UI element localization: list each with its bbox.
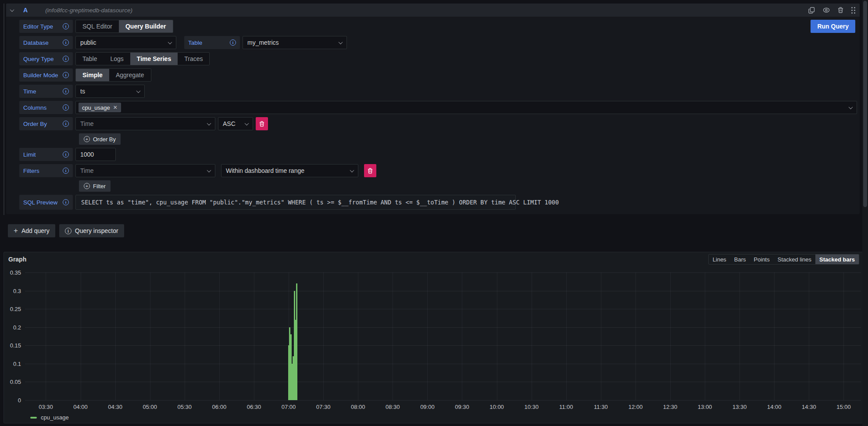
y-gridline bbox=[25, 400, 861, 401]
filter-field-select[interactable]: Time bbox=[75, 164, 215, 177]
chevron-down-icon bbox=[245, 121, 249, 125]
y-gridline bbox=[25, 382, 861, 382]
option-query-builder[interactable]: Query Builder bbox=[119, 20, 173, 32]
database-select[interactable]: public bbox=[75, 36, 176, 49]
time-column-select[interactable]: ts bbox=[75, 85, 145, 98]
x-gridline bbox=[115, 272, 116, 400]
option-simple[interactable]: Simple bbox=[76, 69, 109, 81]
x-gridline bbox=[393, 272, 393, 400]
x-tick-label: 09:30 bbox=[455, 404, 469, 410]
x-gridline bbox=[358, 272, 358, 400]
info-icon[interactable]: i bbox=[230, 39, 236, 46]
info-icon[interactable]: i bbox=[63, 39, 69, 46]
legend-series-label[interactable]: cpu_usage bbox=[41, 414, 69, 421]
columns-label: Columns i bbox=[19, 101, 73, 114]
y-tick-label: 0.2 bbox=[13, 324, 21, 330]
mode-bars[interactable]: Bars bbox=[730, 254, 750, 264]
selected-column-chip[interactable]: cpu_usage ✕ bbox=[79, 103, 121, 112]
x-gridline bbox=[150, 272, 150, 400]
x-tick-label: 15:00 bbox=[836, 404, 851, 410]
x-gridline bbox=[185, 272, 185, 400]
option-table[interactable]: Table bbox=[76, 53, 104, 65]
collapse-chevron-icon[interactable] bbox=[10, 7, 14, 12]
info-icon[interactable]: i bbox=[63, 104, 69, 111]
x-gridline bbox=[532, 272, 532, 400]
query-type-label: Query Type i bbox=[19, 52, 73, 65]
bar-cpu_usage-07:07 bbox=[296, 283, 297, 400]
x-tick-label: 06:30 bbox=[247, 404, 261, 410]
option-sql-editor[interactable]: SQL Editor bbox=[76, 20, 119, 32]
scrollbar-thumb[interactable] bbox=[863, 1, 867, 207]
query-inspector-button[interactable]: i Query inspector bbox=[59, 224, 124, 237]
chevron-down-icon bbox=[168, 40, 172, 44]
mode-points[interactable]: Points bbox=[750, 254, 774, 264]
drag-handle-icon[interactable] bbox=[851, 7, 855, 14]
editor-type-toggle: SQL EditorQuery Builder bbox=[75, 20, 173, 33]
grafana-query-editor-page: A (info8fcc-greptimedb-datasource) Edito bbox=[0, 0, 868, 426]
mode-stacked-lines[interactable]: Stacked lines bbox=[774, 254, 815, 264]
y-tick-label: 0.35 bbox=[10, 269, 21, 276]
filters-label: Filters i bbox=[19, 164, 73, 177]
query-row-header[interactable]: A (info8fcc-greptimedb-datasource) bbox=[6, 4, 860, 17]
info-icon[interactable]: i bbox=[63, 72, 69, 78]
time-label: Time i bbox=[19, 85, 73, 98]
query-editor-card: A (info8fcc-greptimedb-datasource) Edito bbox=[6, 4, 860, 214]
filter-value-select[interactable]: Within dashboard time range bbox=[221, 164, 358, 177]
add-order-by-button[interactable]: + Order By bbox=[79, 133, 121, 145]
remove-filter-button[interactable] bbox=[364, 164, 376, 177]
hide-response-eye-icon[interactable] bbox=[823, 7, 830, 13]
sql-preview-text: SELECT ts as "time", cpu_usage FROM "pub… bbox=[75, 195, 516, 210]
x-tick-label: 05:30 bbox=[178, 404, 192, 410]
legend-swatch bbox=[30, 417, 37, 419]
limit-input[interactable] bbox=[75, 148, 116, 161]
y-gridline bbox=[25, 327, 861, 328]
page-scrollbar[interactable] bbox=[862, 0, 868, 426]
x-gridline bbox=[670, 272, 671, 400]
remove-order-by-button[interactable] bbox=[256, 117, 268, 130]
add-query-button[interactable]: + Add query bbox=[8, 224, 55, 237]
mode-lines[interactable]: Lines bbox=[709, 254, 730, 264]
query-header-actions bbox=[808, 7, 855, 14]
x-tick-label: 14:30 bbox=[802, 404, 816, 410]
row-sql-preview: SQL Preview i SELECT ts as "time", cpu_u… bbox=[19, 195, 857, 210]
y-gridline bbox=[25, 291, 861, 291]
x-gridline bbox=[462, 272, 462, 400]
mode-stacked-bars[interactable]: Stacked bars bbox=[815, 254, 859, 264]
run-query-button[interactable]: Run Query bbox=[811, 20, 855, 33]
row-add-order-by: + Order By bbox=[19, 133, 857, 145]
editor-footer-actions: + Add query i Query inspector bbox=[8, 224, 124, 237]
x-tick-label: 13:30 bbox=[732, 404, 747, 410]
y-gridline bbox=[25, 309, 861, 309]
option-time-series[interactable]: Time Series bbox=[130, 53, 178, 65]
info-icon[interactable]: i bbox=[63, 121, 69, 127]
query-row-edge bbox=[4, 4, 4, 215]
builder-mode-toggle: SimpleAggregate bbox=[75, 68, 151, 82]
x-tick-label: 07:00 bbox=[282, 404, 296, 410]
chevron-down-icon bbox=[207, 168, 211, 172]
info-icon[interactable]: i bbox=[63, 56, 69, 62]
remove-query-trash-icon[interactable] bbox=[838, 7, 843, 13]
info-icon[interactable]: i bbox=[63, 199, 69, 205]
x-tick-label: 08:30 bbox=[386, 404, 400, 410]
order-by-field-select[interactable]: Time bbox=[75, 117, 215, 130]
duplicate-query-icon[interactable] bbox=[808, 7, 815, 14]
table-select[interactable]: my_metrics bbox=[243, 36, 347, 49]
x-gridline bbox=[601, 272, 601, 400]
info-icon[interactable]: i bbox=[63, 23, 69, 29]
columns-multiselect[interactable]: cpu_usage ✕ bbox=[75, 101, 857, 114]
table-label: Table i bbox=[184, 36, 240, 49]
remove-chip-icon[interactable]: ✕ bbox=[113, 104, 118, 111]
x-gridline bbox=[81, 272, 81, 400]
option-aggregate[interactable]: Aggregate bbox=[109, 69, 151, 81]
info-icon[interactable]: i bbox=[63, 151, 69, 158]
row-filters: Filters i Time Within dashboard time ran… bbox=[19, 164, 857, 177]
x-tick-label: 11:30 bbox=[594, 404, 608, 410]
datasource-name: (info8fcc-greptimedb-datasource) bbox=[45, 7, 132, 14]
option-traces[interactable]: Traces bbox=[178, 53, 209, 65]
info-icon[interactable]: i bbox=[63, 88, 69, 94]
editor-type-label: Editor Type i bbox=[19, 20, 73, 33]
info-icon[interactable]: i bbox=[63, 168, 69, 174]
order-by-direction-select[interactable]: ASC bbox=[218, 117, 253, 130]
option-logs[interactable]: Logs bbox=[104, 53, 130, 65]
add-filter-button[interactable]: + Filter bbox=[79, 180, 111, 192]
